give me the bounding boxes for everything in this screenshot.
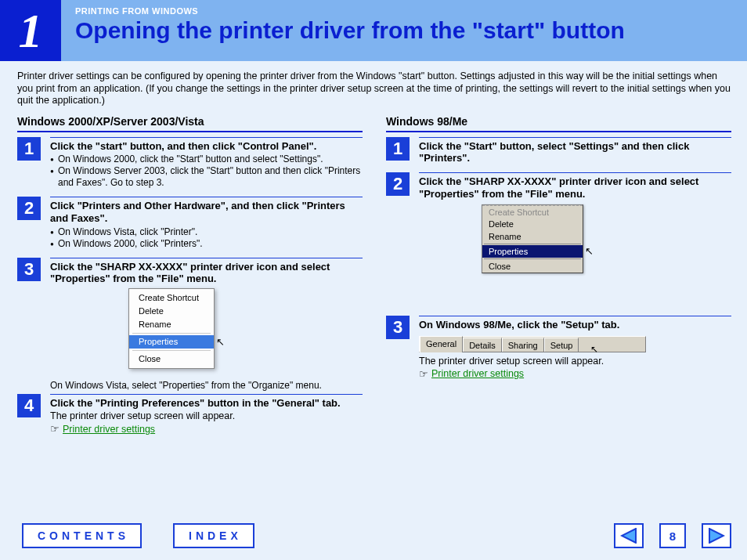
step-text: Click the "start" button, and then click… [50,140,363,153]
menu-separator [484,258,581,259]
step-subtext: The printer driver setup screen will app… [419,356,731,367]
step-number: 4 [17,394,41,417]
menu-item[interactable]: Create Shortcut [129,291,214,305]
menu-item[interactable]: Delete [129,305,214,318]
columns: Windows 2000/XP/Server 2003/Vista 1 Clic… [17,115,731,443]
pointer-icon: ☞ [419,368,428,380]
pointer-icon: ☞ [50,423,60,435]
header-kicker: PRINTING FROM WINDOWS [75,6,625,16]
context-menu-98: Create Shortcut Delete Rename Properties… [482,204,583,273]
contents-button[interactable]: CONTENTS [22,523,142,548]
step-bullet: On Windows 2000, click "Printers". [50,238,363,250]
step-number: 2 [17,197,41,220]
step-text: Click the "SHARP XX-XXXX" printer driver… [419,175,731,200]
menu-item-properties[interactable]: Properties↖ [129,335,214,349]
menu-item[interactable]: Close [482,260,583,273]
left-step-2: 2 Click "Printers and Other Hardware", a… [17,197,363,249]
menu-item[interactable]: Delete [482,218,583,230]
menu-separator [484,244,581,244]
svg-marker-0 [622,529,636,543]
printer-driver-settings-link[interactable]: Printer driver settings [63,424,155,435]
menu-separator [132,333,211,334]
triangle-right-icon [708,528,725,544]
step-number: 2 [386,172,410,196]
context-menu-xp: Create Shortcut Delete Rename Properties… [128,288,215,369]
step-number: 3 [386,316,410,339]
step-number: 3 [17,258,41,281]
next-page-button[interactable] [702,523,731,548]
page-number: 8 [659,523,686,548]
cursor-icon: ↖ [585,246,594,257]
left-step-3: 3 Click the "SHARP XX-XXXX" printer driv… [17,258,363,372]
menu-item[interactable]: Close [129,352,214,366]
tab-setup[interactable]: Setup [544,338,579,352]
tab-sharing[interactable]: Sharing [502,338,544,352]
left-step-4: 4 Click the "Printing Preferences" butto… [17,394,363,435]
right-column: Windows 98/Me 1 Click the "Start" button… [386,115,731,443]
step-note: On Windows Vista, select "Properties" fr… [50,380,363,391]
menu-separator [132,350,211,351]
menu-item-properties[interactable]: Properties↖ [482,245,583,258]
left-column: Windows 2000/XP/Server 2003/Vista 1 Clic… [17,115,363,443]
step-text: Click the "Printing Preferences" button … [50,397,363,410]
cursor-icon: ↖ [216,336,225,348]
divider [17,131,363,132]
menu-item[interactable]: Rename [129,318,214,331]
header-band: 1 PRINTING FROM WINDOWS Opening the prin… [0,0,747,61]
tab-details[interactable]: Details [463,338,502,352]
right-heading: Windows 98/Me [386,115,731,128]
step-bullet: On Windows Server 2003, click the "Start… [50,165,363,189]
step-text: Click "Printers and Other Hardware", and… [50,200,363,224]
left-heading: Windows 2000/XP/Server 2003/Vista [17,115,363,128]
printer-driver-settings-link[interactable]: Printer driver settings [431,368,524,379]
step-subtext: The printer driver setup screen will app… [50,410,363,421]
intro-paragraph: Printer driver settings can be configure… [17,70,731,107]
step-text: Click the "Start" button, select "Settin… [419,140,731,164]
step-bullet: On Windows 2000, click the "Start" butto… [50,154,363,165]
triangle-left-icon [620,528,637,544]
tab-general[interactable]: General [420,336,463,352]
pager: 8 [614,523,731,548]
svg-marker-1 [709,529,724,543]
menu-item[interactable]: Create Shortcut [482,205,583,218]
step-text: Click the "SHARP XX-XXXX" printer driver… [50,261,363,285]
step-number: 1 [386,137,410,161]
page-title: Opening the printer driver from the "sta… [75,17,625,44]
cursor-icon: ↖ [590,344,598,355]
bottom-nav: CONTENTS INDEX 8 [0,516,747,560]
menu-item[interactable]: Rename [482,230,583,243]
chapter-number: 1 [0,0,61,61]
left-step-1: 1 Click the "start" button, and then cli… [17,137,363,190]
prev-page-button[interactable] [614,523,644,548]
step-text: On Windows 98/Me, click the "Setup" tab. [419,319,731,331]
step-bullet: On Windows Vista, click "Printer". [50,226,363,238]
header-text: PRINTING FROM WINDOWS Opening the printe… [61,0,625,61]
right-step-1: 1 Click the "Start" button, select "Sett… [386,137,731,164]
right-step-3: 3 On Windows 98/Me, click the "Setup" ta… [386,316,731,380]
step-number: 1 [17,137,41,161]
index-button[interactable]: INDEX [173,523,254,548]
divider [386,131,731,132]
right-step-2: 2 Click the "SHARP XX-XXXX" printer driv… [386,172,731,276]
content-area: Printer driver settings can be configure… [0,61,747,443]
tabs-98: General Details Sharing Setup ↖ [419,336,646,352]
